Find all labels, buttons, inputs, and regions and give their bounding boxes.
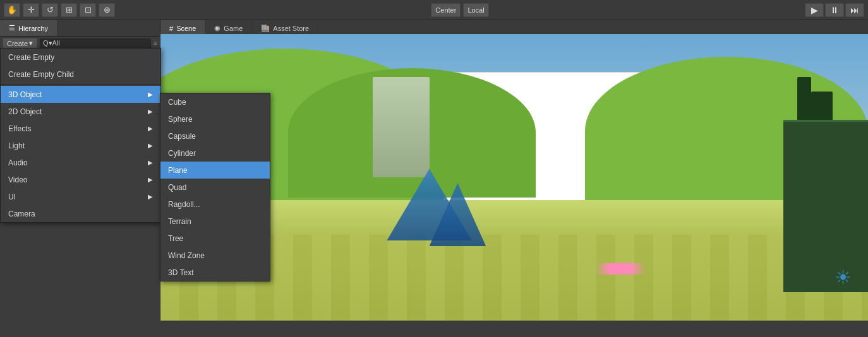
panel-tabs: ☰ Hierarchy — [0, 20, 160, 37]
arrow-icon: ▶ — [148, 176, 153, 183]
arrow-icon: ▶ — [148, 142, 153, 149]
submenu-ragdoll[interactable]: Ragdoll... — [160, 196, 270, 213]
scale-tool-btn[interactable]: ⊞ — [61, 3, 77, 17]
menu-light[interactable]: Light ▶ — [1, 137, 160, 154]
arrow-icon: ▶ — [148, 91, 153, 98]
submenu-quad[interactable]: Quad — [160, 179, 270, 196]
hierarchy-tab-label: Hierarchy — [18, 25, 48, 32]
submenu-sphere[interactable]: Sphere — [160, 110, 270, 127]
hierarchy-search-input[interactable] — [40, 38, 151, 49]
custom-tool-btn[interactable]: ⊕ — [99, 3, 115, 17]
arrow-icon: ▶ — [148, 125, 153, 132]
menu-audio[interactable]: Audio ▶ — [1, 154, 160, 171]
submenu-3d-text[interactable]: 3D Text — [160, 264, 270, 281]
move-tool-btn[interactable]: ✛ — [23, 3, 39, 17]
submenu-terrain[interactable]: Terrain — [160, 213, 270, 230]
context-menu: Create Empty Create Empty Child 3D Objec… — [0, 48, 161, 223]
center-btn[interactable]: Center — [431, 3, 461, 17]
hand-tool-btn[interactable]: ✋ — [4, 3, 20, 17]
menu-2d-object[interactable]: 2D Object ▶ — [1, 103, 160, 120]
asset-store-icon: 🏬 — [261, 24, 270, 32]
menu-divider-1 — [1, 84, 160, 85]
menu-video[interactable]: Video ▶ — [1, 171, 160, 188]
scene-hash-icon: # — [169, 25, 173, 32]
hierarchy-panel: ☰ Hierarchy Create ▾ ≡ Create Empty Crea… — [0, 20, 160, 321]
pink-flowers-2 — [585, 263, 656, 275]
main-layout: ☰ Hierarchy Create ▾ ≡ Create Empty Crea… — [0, 20, 868, 321]
submenu-3d-object: Cube Sphere Capsule Cylinder Plane Quad … — [160, 93, 270, 281]
submenu-cylinder[interactable]: Cylinder — [160, 145, 270, 162]
arrow-icon: ▶ — [148, 159, 153, 166]
sun-decoration-icon: ☀ — [826, 263, 861, 292]
waterfall — [373, 77, 430, 177]
menu-ui[interactable]: UI ▶ — [1, 188, 160, 205]
menu-create-empty[interactable]: Create Empty — [1, 49, 160, 66]
submenu-tree[interactable]: Tree — [160, 230, 270, 247]
arrow-icon: ▶ — [148, 193, 153, 200]
menu-camera[interactable]: Camera — [1, 205, 160, 222]
submenu-wind-zone[interactable]: Wind Zone — [160, 247, 270, 264]
play-btn[interactable]: ▶ — [805, 3, 824, 17]
submenu-plane[interactable]: Plane — [160, 162, 270, 179]
play-controls: ▶ ⏸ ⏭ — [805, 3, 864, 17]
rotate-tool-btn[interactable]: ↺ — [42, 3, 58, 17]
menu-3d-object[interactable]: 3D Object ▶ — [1, 86, 160, 103]
game-tab-label: Game — [224, 25, 243, 32]
submenu-cube[interactable]: Cube — [160, 93, 270, 110]
top-toolbar: ✋ ✛ ↺ ⊞ ⊡ ⊕ Center Local ▶ ⏸ ⏭ — [0, 0, 868, 20]
local-btn[interactable]: Local — [463, 3, 488, 17]
scene-tab-label: Scene — [176, 25, 196, 32]
hierarchy-menu-icon[interactable]: ≡ — [154, 40, 157, 47]
submenu-capsule[interactable]: Capsule — [160, 127, 270, 145]
asset-store-tab-label: Asset Store — [273, 25, 309, 32]
game-icon: ◉ — [214, 24, 220, 32]
menu-effects[interactable]: Effects ▶ — [1, 120, 160, 137]
hierarchy-icon: ☰ — [9, 24, 15, 32]
menu-create-empty-child[interactable]: Create Empty Child — [1, 66, 160, 83]
pause-btn[interactable]: ⏸ — [825, 3, 844, 17]
rect-tool-btn[interactable]: ⊡ — [80, 3, 96, 17]
tab-hierarchy[interactable]: ☰ Hierarchy — [0, 20, 57, 36]
create-dropdown-btn[interactable]: Create ▾ — [3, 38, 37, 49]
arrow-icon: ▶ — [148, 108, 153, 115]
step-btn[interactable]: ⏭ — [845, 3, 864, 17]
